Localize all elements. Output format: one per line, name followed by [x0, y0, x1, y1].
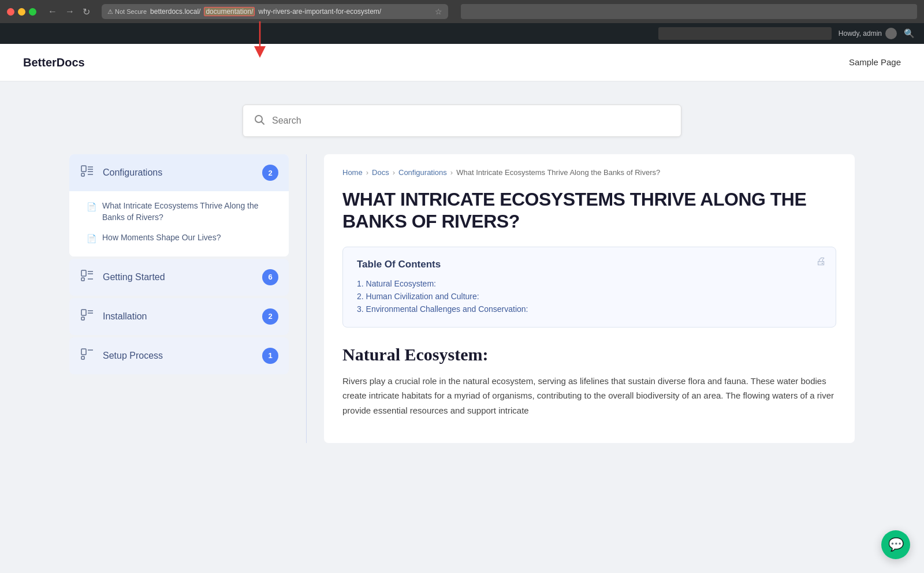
sidebar-category-setup-process: Setup Process 1 — [69, 337, 289, 374]
content-divider — [306, 154, 307, 443]
breadcrumb-current: What Intricate Ecosystems Thrive Along t… — [456, 168, 660, 177]
sub-item-ecosystems[interactable]: 📄 What Intricate Ecosystems Thrive Along… — [69, 196, 289, 228]
sidebar-category-configurations: Configurations 2 📄 What Intricate Ecosys… — [69, 154, 289, 256]
url-prefix: betterdocs.local/ — [150, 8, 200, 16]
nav-sample-page[interactable]: Sample Page — [849, 57, 901, 67]
installation-icon — [80, 307, 95, 326]
extensions-area — [461, 4, 917, 19]
article-body-text: Rivers play a crucial role in the natura… — [342, 374, 836, 418]
configurations-icon — [80, 163, 95, 182]
not-secure-label: ⚠ Not Secure — [107, 8, 147, 16]
article-content: Home › Docs › Configurations › What Intr… — [324, 154, 855, 443]
doc-icon: 📄 — [87, 202, 96, 213]
annotation-arrow — [254, 18, 277, 59]
toc-title: Table Of Contents — [357, 259, 822, 270]
svg-rect-15 — [81, 310, 86, 315]
installation-label: Installation — [103, 311, 147, 322]
getting-started-icon — [80, 268, 95, 286]
breadcrumb-home[interactable]: Home — [342, 168, 363, 177]
svg-rect-20 — [81, 356, 84, 359]
forward-button[interactable]: → — [63, 6, 77, 17]
doc-icon-2: 📄 — [87, 233, 96, 245]
site-nav: Sample Page — [849, 57, 901, 68]
warning-icon: ⚠ — [107, 8, 113, 16]
toc-item-1[interactable]: 1. Natural Ecosystem: — [357, 277, 822, 290]
table-of-contents: 🖨 Table Of Contents 1. Natural Ecosystem… — [342, 247, 836, 328]
traffic-lights — [7, 8, 36, 16]
svg-rect-16 — [81, 317, 84, 320]
back-button[interactable]: ← — [46, 6, 59, 17]
getting-started-badge: 6 — [262, 269, 278, 285]
search-section — [0, 81, 924, 154]
sidebar-category-header-setup-process[interactable]: Setup Process 1 — [69, 337, 289, 374]
svg-rect-4 — [81, 166, 86, 172]
installation-badge: 2 — [262, 308, 278, 325]
breadcrumb-docs[interactable]: Docs — [372, 168, 389, 177]
close-button-traffic-light[interactable] — [7, 8, 14, 16]
breadcrumb: Home › Docs › Configurations › What Intr… — [342, 168, 836, 177]
url-suffix: why-rivers-are-important-for-ecosystem/ — [258, 8, 381, 16]
sidebar: Configurations 2 📄 What Intricate Ecosys… — [69, 154, 289, 443]
sidebar-category-header-installation[interactable]: Installation 2 — [69, 298, 289, 335]
toc-item-3[interactable]: 3. Environmental Challenges and Conserva… — [357, 303, 822, 315]
toc-item-2[interactable]: 2. Human Civilization and Culture: — [357, 290, 822, 303]
reload-button[interactable]: ↻ — [80, 6, 92, 17]
browser-navigation: ← → ↻ — [46, 6, 92, 17]
admin-bar: Howdy, admin 🔍 — [0, 23, 924, 44]
toc-list: 1. Natural Ecosystem: 2. Human Civilizat… — [357, 277, 822, 315]
browser-chrome: ← → ↻ ⚠ Not Secure betterdocs.local/ doc… — [0, 0, 924, 23]
minimize-button-traffic-light[interactable] — [18, 8, 25, 16]
url-highlight: documentation/ — [204, 7, 255, 16]
sidebar-category-installation: Installation 2 — [69, 298, 289, 335]
address-bar[interactable]: ⚠ Not Secure betterdocs.local/ documenta… — [102, 4, 448, 19]
bookmark-icon[interactable]: ☆ — [435, 7, 442, 16]
svg-rect-10 — [81, 270, 86, 276]
section-heading-1: Natural Ecosystem: — [342, 345, 836, 364]
admin-avatar — [885, 28, 897, 39]
breadcrumb-configurations[interactable]: Configurations — [398, 168, 447, 177]
svg-rect-5 — [81, 173, 84, 176]
sub-item-moments[interactable]: 📄 How Moments Shape Our Lives? — [69, 228, 289, 250]
site-header: BetterDocs Sample Page — [0, 44, 924, 81]
print-icon[interactable]: 🖨 — [816, 255, 826, 267]
admin-bar-menu — [658, 27, 832, 40]
search-icon — [254, 114, 265, 128]
setup-process-label: Setup Process — [103, 351, 163, 361]
configurations-label: Configurations — [103, 168, 162, 178]
main-content: Configurations 2 📄 What Intricate Ecosys… — [58, 154, 866, 466]
maximize-button-traffic-light[interactable] — [29, 8, 36, 16]
svg-rect-19 — [81, 349, 86, 355]
site-logo: BetterDocs — [23, 56, 85, 69]
svg-rect-11 — [81, 278, 84, 281]
sidebar-category-header-getting-started[interactable]: Getting Started 6 — [69, 259, 289, 296]
article-title: WHAT INTRICATE ECOSYSTEMS THRIVE ALONG T… — [342, 188, 836, 233]
sidebar-category-header-configurations[interactable]: Configurations 2 — [69, 154, 289, 191]
getting-started-label: Getting Started — [103, 272, 165, 282]
svg-line-3 — [262, 121, 264, 124]
configurations-badge: 2 — [262, 165, 278, 181]
admin-howdy: Howdy, admin — [839, 28, 897, 39]
admin-search-icon[interactable]: 🔍 — [904, 28, 915, 39]
search-bar[interactable] — [243, 105, 681, 137]
setup-process-icon — [80, 347, 95, 365]
search-input[interactable] — [272, 116, 670, 126]
sidebar-category-getting-started: Getting Started 6 — [69, 259, 289, 296]
setup-process-badge: 1 — [262, 348, 278, 364]
configurations-sub-items: 📄 What Intricate Ecosystems Thrive Along… — [69, 191, 289, 256]
